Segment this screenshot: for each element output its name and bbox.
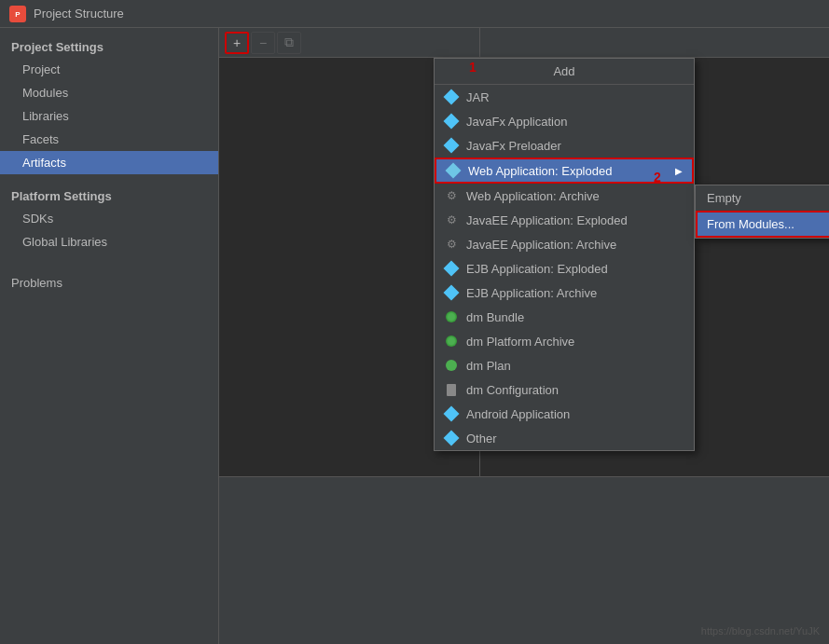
sidebar-item-artifacts[interactable]: Artifacts <box>0 151 218 174</box>
javafx-app-icon <box>444 114 459 129</box>
sidebar-item-project[interactable]: Project <box>0 58 218 81</box>
menu-item-javafx-preloader[interactable]: JavaFx Preloader <box>435 133 694 158</box>
dm-configuration-icon <box>444 382 459 397</box>
menu-item-android-app[interactable]: Android Application <box>435 402 694 426</box>
menu-item-ejb-exploded[interactable]: EJB Application: Exploded <box>435 256 694 281</box>
sidebar-item-problems[interactable]: Problems <box>0 268 218 295</box>
platform-settings-heading: Platform Settings <box>0 182 218 207</box>
dropdown-menu: Add JAR JavaFx Application JavaFx Preloa… <box>434 58 695 451</box>
web-app-exploded-icon <box>446 163 461 178</box>
sidebar-separator-2 <box>0 253 218 261</box>
sidebar-item-modules[interactable]: Modules <box>0 81 218 104</box>
project-settings-heading: Project Settings <box>0 33 218 58</box>
jar-icon <box>444 89 459 104</box>
menu-item-web-app-archive[interactable]: ⚙ Web Application: Archive <box>435 184 694 208</box>
submenu: Empty From Modules... <box>695 185 829 239</box>
add-button[interactable]: + <box>225 32 249 54</box>
app-icon: P <box>9 6 26 22</box>
other-icon <box>444 431 459 445</box>
web-app-archive-icon: ⚙ <box>444 188 459 203</box>
sidebar-separator <box>0 174 218 182</box>
submenu-item-empty[interactable]: Empty <box>696 185 829 211</box>
menu-item-other[interactable]: Other <box>435 426 694 450</box>
annotation-1: 1 <box>469 60 477 75</box>
sidebar-item-global-libraries[interactable]: Global Libraries <box>0 230 218 253</box>
dm-platform-icon <box>444 334 459 349</box>
watermark: https://blog.csdn.net/YuJK <box>701 625 820 637</box>
javaee-exploded-icon: ⚙ <box>444 212 459 227</box>
dm-bundle-icon <box>444 309 459 324</box>
menu-item-dm-platform[interactable]: dm Platform Archive <box>435 329 694 353</box>
sidebar-item-libraries[interactable]: Libraries <box>0 104 218 128</box>
sidebar-separator-3 <box>0 261 218 268</box>
javaee-archive-icon: ⚙ <box>444 237 459 252</box>
dm-plan-icon <box>444 358 459 373</box>
svg-text:P: P <box>15 10 21 19</box>
submenu-item-from-modules[interactable]: From Modules... <box>696 211 829 238</box>
ejb-archive-icon <box>444 285 459 300</box>
menu-item-javaee-exploded[interactable]: ⚙ JavaEE Application: Exploded <box>435 208 694 232</box>
title-bar: P Project Structure <box>0 0 829 28</box>
remove-button[interactable]: − <box>251 32 275 54</box>
javafx-preloader-icon <box>444 138 459 153</box>
menu-item-javaee-archive[interactable]: ⚙ JavaEE Application: Archive <box>435 232 694 256</box>
menu-item-javafx-app[interactable]: JavaFx Application <box>435 109 694 133</box>
menu-item-dm-plan[interactable]: dm Plan <box>435 353 694 377</box>
menu-item-dm-configuration[interactable]: dm Configuration <box>435 377 694 402</box>
sidebar-item-facets[interactable]: Facets <box>0 128 218 151</box>
android-app-icon <box>444 406 459 421</box>
ejb-exploded-icon <box>444 261 459 276</box>
sidebar-item-sdks[interactable]: SDKs <box>0 207 218 230</box>
title-bar-text: Project Structure <box>34 7 124 21</box>
content-area: + − ⧉ 1 Add JAR <box>219 28 829 644</box>
menu-item-jar[interactable]: JAR <box>435 85 694 109</box>
annotation-2: 2 <box>654 170 661 185</box>
submenu-arrow-icon: ▶ <box>675 166 683 176</box>
bottom-section <box>219 476 829 644</box>
menu-item-ejb-archive[interactable]: EJB Application: Archive <box>435 281 694 305</box>
copy-button[interactable]: ⧉ <box>277 32 301 54</box>
main-container: Project Settings Project Modules Librari… <box>0 28 829 644</box>
sidebar: Project Settings Project Modules Librari… <box>0 28 219 644</box>
menu-item-dm-bundle[interactable]: dm Bundle <box>435 305 694 329</box>
